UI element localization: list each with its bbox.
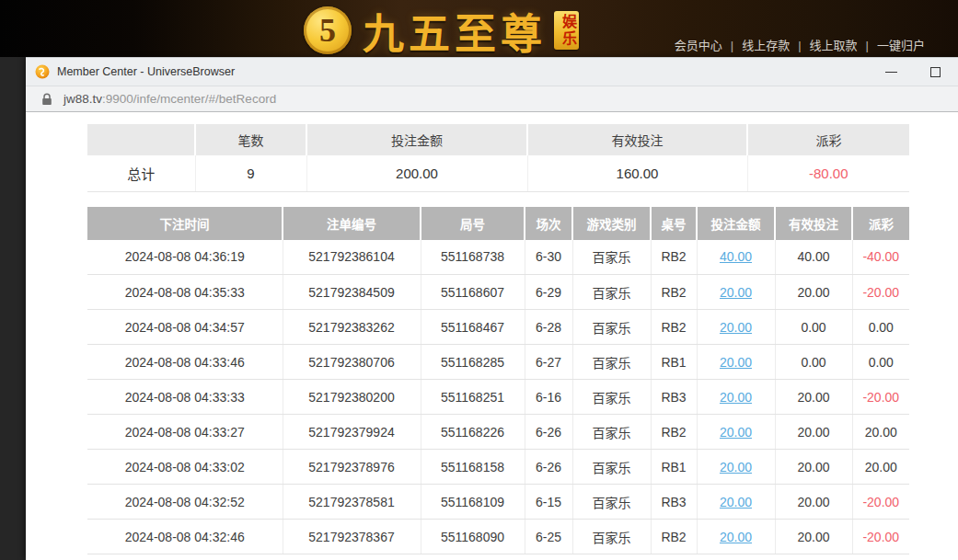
banner-nav-link[interactable]: 一键归户: [877, 39, 925, 52]
maximize-button[interactable]: [919, 58, 951, 86]
table-row: 2024-08-08 04:34:57521792383262551168467…: [87, 310, 909, 345]
summary-header-blank: [87, 124, 195, 155]
bet-amount-link[interactable]: 20.00: [720, 530, 752, 544]
cell-table-number: RB2: [651, 275, 697, 310]
cell-payout: 20.00: [852, 450, 909, 485]
header-game-type: 游戏类别: [572, 207, 651, 240]
summary-total-row: 总计 9 200.00 160.00 -80.00: [87, 155, 909, 191]
bet-amount-link[interactable]: 20.00: [720, 355, 752, 370]
bet-amount-link[interactable]: 20.00: [720, 495, 752, 509]
cell-bet-amount: 20.00: [697, 415, 775, 450]
summary-header-row: 笔数 投注金额 有效投注 派彩: [87, 124, 909, 155]
cell-order-number: 521792378367: [283, 520, 421, 554]
cell-payout: -20.00: [852, 485, 909, 520]
cell-table-number: RB3: [651, 485, 697, 520]
bet-record-table: 下注时间 注单编号 局号 场次 游戏类别 桌号 投注金额 有效投注 派彩 202…: [87, 207, 909, 555]
cell-bet-amount: 20.00: [697, 310, 775, 345]
cell-session: 6-15: [525, 485, 572, 520]
cell-round-number: 551168607: [421, 275, 525, 310]
cell-order-number: 521792384509: [283, 275, 421, 310]
summary-header-bet-amount: 投注金额: [306, 124, 527, 155]
cell-payout: -20.00: [852, 275, 909, 310]
cell-valid-bet: 20.00: [775, 275, 852, 310]
browser-urlbar[interactable]: jw88.tv:9900/infe/mcenter/#/betRecord: [26, 86, 958, 112]
cell-order-number: 521792380200: [283, 380, 421, 415]
bet-amount-link[interactable]: 20.00: [720, 390, 752, 405]
cell-round-number: 551168158: [421, 450, 525, 485]
cell-game-type: 百家乐: [572, 310, 651, 345]
cell-round-number: 551168738: [421, 240, 525, 275]
cell-bet-time: 2024-08-08 04:35:33: [87, 275, 283, 310]
cell-round-number: 551168090: [421, 520, 525, 554]
summary-count-value: 9: [195, 155, 306, 191]
window-title: Member Center - UniverseBrowser: [57, 65, 875, 78]
cell-payout: 0.00: [852, 310, 909, 345]
cell-bet-time: 2024-08-08 04:33:02: [87, 450, 283, 485]
cell-game-type: 百家乐: [572, 520, 651, 554]
nav-separator: |: [731, 39, 733, 52]
cell-bet-time: 2024-08-08 04:32:52: [87, 485, 283, 520]
header-valid-bet: 有效投注: [775, 207, 852, 240]
table-row: 2024-08-08 04:36:19521792386104551168738…: [87, 240, 909, 275]
cell-order-number: 521792386104: [283, 240, 421, 275]
header-order-number: 注单编号: [283, 207, 421, 240]
cell-order-number: 521792380706: [283, 345, 421, 380]
cell-table-number: RB1: [651, 345, 697, 380]
lock-icon: [41, 93, 52, 106]
table-row: 2024-08-08 04:33:02521792378976551168158…: [87, 450, 909, 485]
url-text[interactable]: jw88.tv:9900/infe/mcenter/#/betRecord: [63, 92, 276, 106]
maximize-icon: [930, 67, 941, 77]
banner-nav-link[interactable]: 线上取款: [810, 39, 858, 52]
header-bet-amount: 投注金额: [697, 207, 775, 240]
url-path: :9900/infe/mcenter/#/betRecord: [102, 92, 276, 106]
bet-table-body: 2024-08-08 04:36:19521792386104551168738…: [87, 240, 909, 554]
logo-title: 九五至尊: [363, 1, 547, 61]
banner-nav-link[interactable]: 会员中心: [675, 39, 722, 52]
bet-amount-link[interactable]: 20.00: [720, 320, 752, 335]
browser-titlebar: Member Center - UniverseBrowser: [26, 57, 958, 86]
summary-payout-value: -80.00: [747, 155, 909, 191]
cell-game-type: 百家乐: [572, 450, 651, 485]
cell-table-number: RB2: [651, 240, 697, 275]
cell-bet-time: 2024-08-08 04:33:33: [87, 380, 283, 415]
cell-order-number: 521792378581: [283, 485, 421, 520]
cell-valid-bet: 20.00: [775, 520, 852, 554]
summary-header-count: 笔数: [195, 124, 306, 155]
cell-bet-time: 2024-08-08 04:36:19: [87, 240, 283, 275]
bet-amount-link[interactable]: 20.00: [720, 285, 752, 300]
cell-session: 6-29: [525, 275, 572, 310]
cell-bet-amount: 20.00: [697, 485, 775, 520]
cell-game-type: 百家乐: [572, 275, 651, 310]
nav-separator: |: [798, 39, 801, 52]
cell-order-number: 521792378976: [283, 450, 421, 485]
site-banner: 5 九五至尊 娱乐 会员中心|线上存款|线上取款|一键归户: [0, 0, 958, 57]
summary-header-valid-bet: 有效投注: [527, 124, 747, 155]
bet-amount-link[interactable]: 40.00: [720, 249, 752, 264]
cell-table-number: RB2: [651, 415, 697, 450]
cell-valid-bet: 40.00: [775, 240, 852, 275]
browser-app-icon: [35, 64, 50, 79]
minimize-button[interactable]: [875, 58, 906, 86]
bet-amount-link[interactable]: 20.00: [720, 425, 752, 440]
cell-round-number: 551168109: [421, 485, 525, 520]
bet-table-header-row: 下注时间 注单编号 局号 场次 游戏类别 桌号 投注金额 有效投注 派彩: [87, 207, 909, 240]
bet-amount-link[interactable]: 20.00: [720, 460, 752, 474]
header-payout: 派彩: [852, 207, 909, 240]
cell-bet-time: 2024-08-08 04:34:57: [87, 310, 283, 345]
screen: 5 九五至尊 娱乐 会员中心|线上存款|线上取款|一键归户 Member Cen…: [0, 0, 958, 560]
cell-session: 6-16: [525, 380, 572, 415]
minimize-icon: [885, 72, 897, 73]
cell-payout: -20.00: [852, 380, 909, 415]
table-row: 2024-08-08 04:33:27521792379924551168226…: [87, 415, 909, 450]
cell-bet-amount: 20.00: [697, 380, 775, 415]
cell-valid-bet: 20.00: [775, 415, 852, 450]
banner-nav-link[interactable]: 线上存款: [742, 39, 790, 52]
header-table-number: 桌号: [651, 207, 697, 240]
cell-round-number: 551168251: [421, 380, 525, 415]
cell-valid-bet: 20.00: [775, 380, 852, 415]
cell-session: 6-27: [525, 345, 572, 380]
cell-game-type: 百家乐: [572, 485, 651, 520]
site-logo[interactable]: 5 九五至尊 娱乐: [304, 5, 579, 56]
url-host: jw88.tv: [63, 92, 102, 106]
header-session: 场次: [525, 207, 572, 240]
